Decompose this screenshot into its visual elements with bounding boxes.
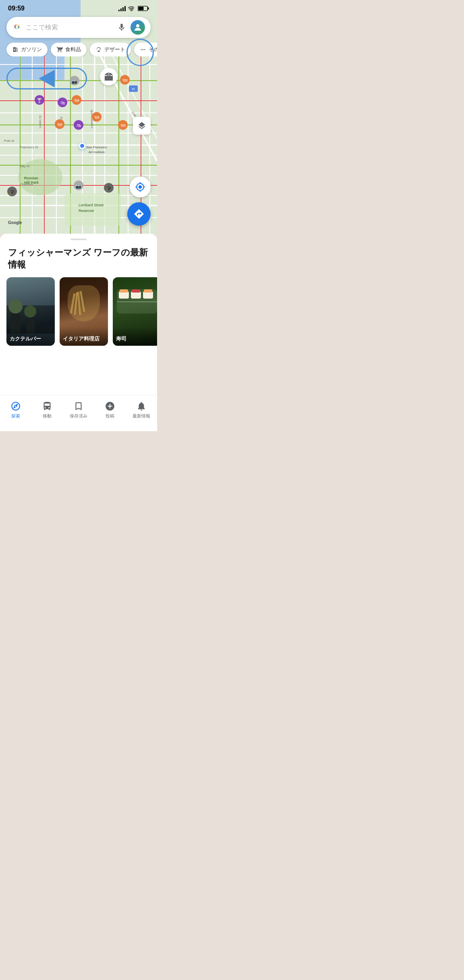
svg-text:San Francisco: San Francisco [86,145,107,149]
user-avatar[interactable] [130,20,145,35]
category-card-cocktail-label: カクテルバー [6,327,55,346]
svg-rect-3 [138,7,143,10]
svg-text:🛍: 🛍 [77,123,81,128]
svg-point-90 [136,24,139,27]
camera-button-map[interactable] [100,68,118,85]
svg-text:🍸: 🍸 [37,98,42,103]
svg-text:Bay St: Bay St [20,164,30,168]
svg-point-0 [131,10,132,11]
svg-text:📷: 📷 [76,183,81,189]
svg-text:🍽: 🍽 [58,122,62,127]
status-time: 09:59 [8,5,25,12]
wifi-icon [128,6,135,11]
nav-label-updates: 最新情報 [133,413,150,419]
maps-logo-icon [12,23,22,32]
svg-point-89 [16,26,18,29]
svg-rect-2 [148,7,149,10]
nav-label-explore: 探索 [11,413,20,419]
svg-text:🛍: 🛍 [60,100,65,105]
search-input[interactable]: ここで検索 [26,23,116,32]
category-card-italian[interactable]: イタリア料理店 [60,277,108,346]
svg-text:🍽: 🍽 [123,78,127,83]
my-location-button[interactable] [130,176,151,197]
nav-item-contribute[interactable]: 投稿 [94,399,126,421]
category-card-sushi[interactable]: 寿司 [113,277,157,346]
svg-text:🎓: 🎓 [9,189,15,195]
bottom-sheet: フィッシャーマンズ ワーフの最新情報 カクテルバー イタ [0,234,157,395]
nav-item-commute[interactable]: 移動 [31,399,63,421]
arrow-left-icon [39,70,55,87]
category-card-cocktail[interactable]: カクテルバー [6,277,55,346]
category-cards-row: カクテルバー イタリア料理店 [0,277,157,346]
svg-text:Polk St: Polk St [4,139,14,143]
back-arrow-button[interactable] [6,68,87,89]
nav-label-commute: 移動 [43,413,52,419]
svg-text:Francisco St: Francisco St [20,145,38,149]
commute-icon [42,401,52,411]
svg-text:Chestnut: Chestnut [20,183,33,186]
bottom-navigation: 探索 移動 保存済み 投稿 最新情報 [0,395,157,431]
nav-item-explore[interactable]: 探索 [0,399,31,421]
microphone-icon[interactable] [116,22,127,33]
svg-text:Larkin St: Larkin St [38,115,42,128]
bottom-sheet-title: フィッシャーマンズ ワーフの最新情報 [0,247,157,271]
add-circle-icon [105,401,115,411]
layers-button[interactable] [133,117,151,135]
svg-text:Russian: Russian [24,176,38,180]
bookmark-icon [73,401,84,411]
filter-chip-gas-label: ガソリン [21,46,42,53]
svg-text:🍽: 🍽 [95,115,99,120]
filter-chip-dessert[interactable]: デザート [90,43,131,56]
directions-button[interactable] [127,202,151,226]
status-icons [118,6,149,11]
map-container[interactable]: Russian Hill Park Lombard Street Reservo… [0,0,157,234]
svg-text:Google: Google [8,220,22,225]
svg-text:🎓: 🎓 [106,185,112,191]
filter-chip-grocery-label: 食料品 [65,46,81,53]
search-bar[interactable]: ここで検索 [6,17,151,38]
signal-icon [118,6,126,11]
filter-chip-grocery[interactable]: 食料品 [51,43,87,56]
more-button-highlight [126,39,154,66]
svg-text:Lombard Street: Lombard Street [79,203,104,207]
nav-item-saved[interactable]: 保存済み [63,399,94,421]
nav-item-updates[interactable]: 最新情報 [126,399,157,421]
filter-chip-gas[interactable]: ガソリン [6,43,48,56]
svg-text:Art Institute: Art Institute [89,150,105,154]
nav-label-contribute: 投稿 [106,413,114,419]
status-bar: 09:59 [0,0,157,14]
nav-label-saved: 保存済み [70,413,87,419]
svg-text:🍽: 🍽 [121,123,125,128]
notifications-icon [136,401,147,411]
filter-chip-dessert-label: デザート [104,46,125,53]
category-card-sushi-label: 寿司 [113,327,157,346]
svg-text:Reservoir: Reservoir [79,209,94,213]
svg-text:H: H [132,87,135,91]
category-card-italian-label: イタリア料理店 [60,327,108,346]
bottom-sheet-handle[interactable] [70,239,87,240]
current-location-indicator [79,143,85,149]
svg-text:🍽: 🍽 [75,98,79,103]
explore-icon [10,401,21,411]
battery-icon [138,6,149,11]
